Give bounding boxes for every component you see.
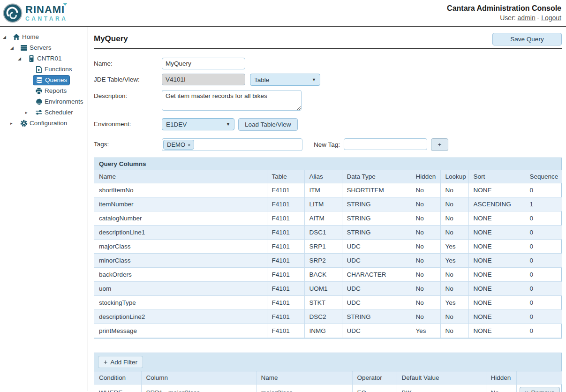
table-cell: AITM xyxy=(304,211,342,226)
table-cell: No xyxy=(411,254,440,268)
table-header-row: Condition Column Name Operator Default V… xyxy=(94,371,562,384)
table-view-label: JDE Table/View: xyxy=(94,74,162,83)
column-header: Alias xyxy=(304,170,342,183)
sidebar-item-home[interactable]: ◢ Home xyxy=(0,31,88,42)
filter-column-cell: SRP1 - majorClass xyxy=(141,384,256,392)
sidebar-item-label: Reports xyxy=(45,87,67,94)
table-cell: NONE xyxy=(468,282,525,296)
table-row: majorClassF4101SRP1UDCNoYesNONE0 xyxy=(94,240,562,254)
filter-default-value-cell: BIK xyxy=(397,384,486,392)
sidebar-item-reports[interactable]: ▸ Reports xyxy=(0,85,88,96)
sidebar-item-servers[interactable]: ◢ Servers xyxy=(0,42,88,53)
table-cell: NONE xyxy=(468,324,525,338)
add-filter-button[interactable]: +Add Filter xyxy=(98,356,143,368)
user-link[interactable]: admin xyxy=(518,14,536,22)
environment-select[interactable]: E1DEV ▼ xyxy=(162,118,234,130)
table-cell: uom xyxy=(94,282,267,296)
table-row: minorClassF4101SRP2UDCNoYesNONE0 xyxy=(94,254,562,268)
load-table-view-button[interactable]: Load Table/View xyxy=(238,118,298,131)
name-label: Name: xyxy=(94,58,162,67)
brand-subname: CANTARA xyxy=(25,16,68,22)
sidebar-item-cntr01[interactable]: ◢ CNTR01 xyxy=(0,53,88,64)
description-textarea[interactable]: Get item master records for all bikes xyxy=(162,90,302,111)
table-row: printMessageF4101INMGUDCYesNoNONE0 xyxy=(94,324,562,338)
table-cell: No xyxy=(440,282,468,296)
table-cell: 0 xyxy=(525,310,562,324)
table-cell: Yes xyxy=(440,240,468,254)
table-row: itemNumberF4101LITMSTRINGNoNoASCENDING1 xyxy=(94,197,562,211)
table-cell: NONE xyxy=(468,183,525,197)
table-cell: F4101 xyxy=(267,282,304,296)
add-filter-label: Add Filter xyxy=(110,359,137,366)
query-columns-panel: Query Columns Name Table Alias Data Type… xyxy=(94,158,562,339)
environments-icon xyxy=(35,98,43,106)
table-cell: descriptionLine2 xyxy=(94,310,267,324)
table-cell: SHORTITEM xyxy=(342,183,411,197)
tags-container[interactable]: DEMO × xyxy=(162,138,302,151)
selected-item-highlight[interactable]: Queries xyxy=(33,75,70,85)
table-cell: CHARACTER xyxy=(342,268,411,282)
brand-caret-icon xyxy=(63,3,68,6)
table-cell: F4101 xyxy=(267,310,304,324)
table-cell: No xyxy=(411,296,440,310)
new-tag-input[interactable] xyxy=(344,138,427,150)
configuration-gear-icon xyxy=(20,120,28,127)
table-cell: ITM xyxy=(304,183,342,197)
expand-toggle-icon[interactable]: ◢ xyxy=(18,56,25,61)
expand-toggle-icon[interactable]: ◢ xyxy=(3,35,10,39)
brand-logo: RINAMI CANTARA xyxy=(3,3,68,23)
remove-filter-button[interactable]: ×Remove xyxy=(520,387,560,392)
sidebar-item-label: Home xyxy=(22,33,39,40)
expand-toggle-icon[interactable]: ◢ xyxy=(10,45,18,50)
filter-operator-cell: EQ xyxy=(352,384,397,392)
table-cell: SRP2 xyxy=(304,254,342,268)
remove-tag-icon[interactable]: × xyxy=(188,142,190,148)
expand-toggle-icon[interactable]: ▸ xyxy=(10,121,18,126)
sidebar-item-functions[interactable]: ▸ Functions xyxy=(0,64,88,75)
save-query-button[interactable]: Save Query xyxy=(492,33,562,45)
page-title: MyQuery xyxy=(94,34,128,44)
sidebar-item-label: Queries xyxy=(45,76,67,83)
query-columns-body: shortItemNoF4101ITMSHORTITEMNoNoNONE0ite… xyxy=(94,183,562,338)
sidebar-item-environments[interactable]: ▸ Environments xyxy=(0,96,88,107)
table-cell: NONE xyxy=(468,310,525,324)
table-cell: UOM1 xyxy=(304,282,342,296)
add-tag-button[interactable]: + xyxy=(431,138,448,151)
table-type-select[interactable]: Table ▼ xyxy=(250,74,320,86)
filter-row: WHERE SRP1 - majorClass majorClass EQ BI… xyxy=(94,384,562,392)
table-row: catalogNumberF4101AITMSTRINGNoNoNONE0 xyxy=(94,211,562,226)
sidebar-item-label: Functions xyxy=(45,66,72,73)
table-cell: F4101 xyxy=(267,324,304,338)
table-cell: DSC2 xyxy=(304,310,342,324)
expand-toggle-icon[interactable]: ▸ xyxy=(25,110,33,115)
table-cell: F4101 xyxy=(267,197,304,211)
table-cell: 0 xyxy=(525,254,562,268)
sidebar-item-configuration[interactable]: ▸ Configuration xyxy=(0,118,88,128)
column-header: Sequence xyxy=(525,170,562,183)
queries-icon xyxy=(36,76,43,84)
table-row: uomF4101UOM1UDCNoNoNONE0 xyxy=(94,282,562,296)
table-cell: No xyxy=(440,211,468,226)
sidebar-item-scheduler[interactable]: ▸ Scheduler xyxy=(0,107,88,118)
logout-link[interactable]: Logout xyxy=(541,14,561,22)
name-input[interactable] xyxy=(162,58,245,69)
column-header: Condition xyxy=(94,371,141,384)
table-cell: NONE xyxy=(468,226,525,240)
table-cell: UDC xyxy=(342,282,411,296)
table-cell: itemNumber xyxy=(94,197,267,211)
table-cell: minorClass xyxy=(94,254,267,268)
table-cell: Yes xyxy=(440,254,468,268)
sidebar-item-queries[interactable]: ▸ Queries xyxy=(0,75,88,85)
remove-filter-label: Remove xyxy=(531,389,554,392)
app-header: RINAMI CANTARA Cantara Administration Co… xyxy=(0,0,566,27)
user-label: User: xyxy=(500,14,515,22)
functions-icon xyxy=(35,66,43,73)
column-header: Lookup xyxy=(440,170,468,183)
table-cell: F4101 xyxy=(267,254,304,268)
table-cell: Yes xyxy=(411,324,440,338)
table-cell: No xyxy=(411,211,440,226)
table-cell: majorClass xyxy=(94,240,267,254)
table-cell: INMG xyxy=(304,324,342,338)
table-cell: STKT xyxy=(304,296,342,310)
chevron-down-icon: ▼ xyxy=(312,77,316,82)
